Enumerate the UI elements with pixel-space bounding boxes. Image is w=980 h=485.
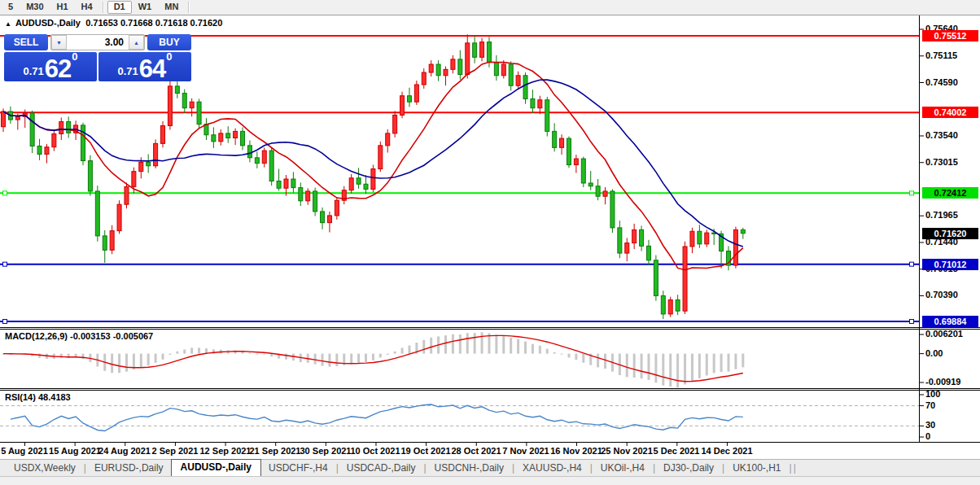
status-bar bbox=[0, 476, 980, 485]
chart-tab-dj30-daily[interactable]: DJ30-,Daily bbox=[656, 461, 721, 476]
price-tick-label: 0.70390 bbox=[925, 290, 958, 299]
chart-header: ▲AUDUSD-,Daily 0.71653 0.71668 0.71618 0… bbox=[5, 18, 222, 28]
price-badge-0.71620: 0.71620 bbox=[922, 228, 978, 239]
volume-stepper: ▼ 3.00 ▲ bbox=[50, 34, 145, 50]
date-label: 5 Aug 2021 bbox=[1, 446, 48, 456]
price-tick-label: 0.74590 bbox=[925, 77, 958, 87]
chart-tab-audusd-daily[interactable]: AUDUSD-,Daily bbox=[171, 459, 261, 476]
price-tick-label: 0.73540 bbox=[925, 130, 958, 140]
date-label: 15 Aug 2021 bbox=[49, 446, 101, 456]
macd-indicator-label: MACD(12,26,9) -0.003153 -0.005067 bbox=[5, 331, 153, 341]
price-tick-label: 0.71965 bbox=[925, 210, 958, 220]
toolbar-separator bbox=[103, 2, 104, 13]
macd-axis-label: -0.00919 bbox=[925, 377, 960, 387]
chart-tab-ukoil-h4[interactable]: UKOil-,H4 bbox=[593, 461, 652, 476]
timeframe-button-D1[interactable]: D1 bbox=[107, 1, 132, 14]
price-tick-label: 0.73015 bbox=[925, 157, 958, 167]
toolbar-separator bbox=[188, 2, 190, 13]
rsi-axis-label: 70 bbox=[925, 400, 935, 410]
price-badge-0.71012: 0.71012 bbox=[922, 259, 978, 270]
timeframe-button-5[interactable]: 5 bbox=[2, 0, 20, 15]
rsi-indicator-label: RSI(14) 48.4183 bbox=[5, 392, 71, 402]
buy-price-prefix: 0.71 bbox=[117, 63, 138, 80]
chart-tab-usdcad-daily[interactable]: USDCAD-,Daily bbox=[339, 461, 423, 476]
buy-price-big: 64 bbox=[139, 59, 165, 80]
buy-price[interactable]: 0.71 64 0 bbox=[98, 52, 191, 81]
chart-collapse-icon[interactable]: ▲ bbox=[5, 20, 11, 28]
timeframe-button-H4[interactable]: H4 bbox=[75, 0, 99, 15]
date-label: 30 Sep 2021 bbox=[300, 446, 352, 456]
tab-separator: | bbox=[793, 461, 797, 476]
sell-price-sup: 0 bbox=[72, 52, 77, 62]
sell-price[interactable]: 0.71 62 0 bbox=[4, 52, 97, 81]
price-badge-0.69884: 0.69884 bbox=[922, 316, 978, 327]
chart-ohlc-values: 0.71653 0.71668 0.71618 0.71620 bbox=[85, 18, 222, 28]
sell-price-big: 62 bbox=[45, 59, 71, 80]
timeframe-button-W1[interactable]: W1 bbox=[132, 0, 159, 15]
date-label: 24 Aug 2021 bbox=[98, 446, 151, 456]
macd-axis-label: 0.006201 bbox=[925, 329, 963, 339]
sell-price-prefix: 0.71 bbox=[23, 63, 43, 80]
timeframe-button-M30[interactable]: M30 bbox=[20, 0, 50, 15]
chart-title: AUDUSD-,Daily bbox=[15, 18, 81, 28]
chart-tab-xauusd-h4[interactable]: XAUUSD-,H4 bbox=[515, 461, 589, 476]
chart-tab-uk100-h1[interactable]: UK100-,H1 bbox=[725, 461, 788, 476]
timeframe-button-MN[interactable]: MN bbox=[158, 0, 185, 15]
date-label: 7 Nov 2021 bbox=[502, 446, 549, 456]
chart-tabs: USDX,Weekly|EURUSD-,DailyAUDUSD-,DailyUS… bbox=[0, 459, 980, 476]
date-label: 2 Sep 2021 bbox=[152, 446, 199, 456]
price-badge-0.74002: 0.74002 bbox=[922, 107, 978, 118]
rsi-label: RSI(14) bbox=[5, 392, 36, 402]
rsi-axis-label: 30 bbox=[925, 420, 935, 430]
chart-tab-usdchf-h4[interactable]: USDCHF-,H4 bbox=[261, 461, 335, 476]
price-tick-label: 0.75115 bbox=[925, 50, 957, 60]
volume-decrease-icon[interactable]: ▼ bbox=[51, 35, 67, 50]
rsi-axis-label: 0 bbox=[925, 431, 930, 441]
date-label: 5 Dec 2021 bbox=[654, 446, 700, 456]
sell-button[interactable]: SELL bbox=[4, 34, 48, 50]
one-click-trade-widget: SELL ▼ 3.00 ▲ BUY 0.71 62 0 0.71 64 0 bbox=[4, 34, 191, 81]
buy-button[interactable]: BUY bbox=[147, 34, 191, 50]
date-label: 25 Nov 2021 bbox=[601, 446, 653, 456]
price-badge-0.72412: 0.72412 bbox=[922, 187, 978, 199]
chart-tab-eurusd-daily[interactable]: EURUSD-,Daily bbox=[87, 461, 171, 476]
date-label: 14 Dec 2021 bbox=[702, 446, 753, 456]
date-label: 16 Nov 2021 bbox=[550, 446, 602, 456]
rsi-value: 48.4183 bbox=[38, 392, 71, 402]
date-label: 12 Sep 2021 bbox=[200, 446, 252, 456]
date-label: 10 Oct 2021 bbox=[350, 446, 400, 456]
date-label: 19 Oct 2021 bbox=[400, 446, 450, 456]
trading-platform-window: 5M30H1H4D1W1MN ▲AUDUSD-,Daily 0.71653 0.… bbox=[0, 0, 980, 485]
macd-axis-label: 0.00 bbox=[925, 348, 943, 358]
buy-price-sup: 0 bbox=[166, 52, 172, 62]
chart-tab-usdx-weekly[interactable]: USDX,Weekly bbox=[7, 461, 83, 476]
timeframe-toolbar: 5M30H1H4D1W1MN bbox=[0, 0, 980, 15]
volume-increase-icon[interactable]: ▲ bbox=[129, 35, 144, 50]
volume-input[interactable]: 3.00 bbox=[67, 35, 129, 50]
price-badge-0.75512: 0.75512 bbox=[922, 30, 978, 42]
macd-values: -0.003153 -0.005067 bbox=[70, 331, 153, 341]
timeframe-button-H1[interactable]: H1 bbox=[50, 0, 75, 15]
rsi-axis-label: 100 bbox=[925, 389, 940, 399]
macd-label: MACD(12,26,9) bbox=[5, 331, 68, 341]
date-label: 28 Oct 2021 bbox=[451, 446, 501, 456]
chart-tab-usdcnh-daily[interactable]: USDCNH-,Daily bbox=[427, 461, 511, 476]
date-label: 21 Sep 2021 bbox=[250, 446, 301, 456]
